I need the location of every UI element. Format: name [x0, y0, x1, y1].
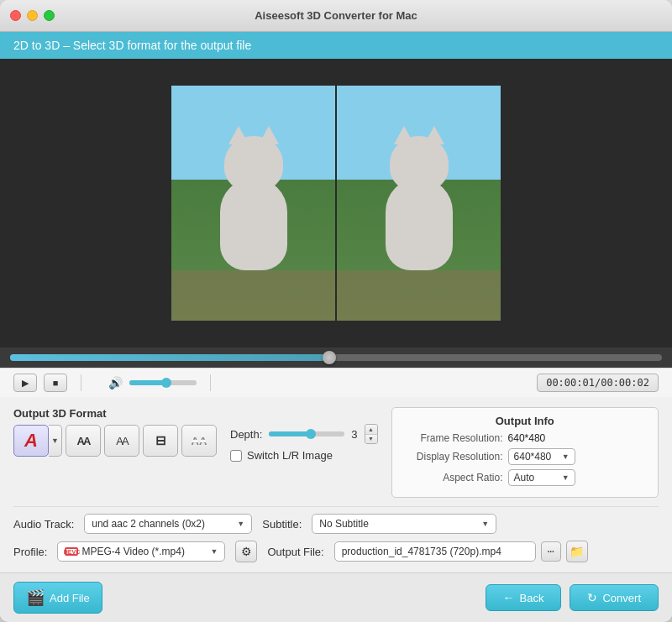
- fence: [171, 270, 335, 321]
- controls-divider2: [210, 374, 211, 391]
- audio-track-select[interactable]: und aac 2 channels (0x2) ▼: [84, 514, 252, 534]
- display-resolution-row: Display Resolution: 640*480 ▼: [402, 448, 648, 465]
- cat-body: [220, 178, 287, 270]
- dots-button[interactable]: ···: [541, 541, 561, 562]
- sbs-half-icon: AA: [116, 435, 127, 447]
- settings-row1: Output 3D Format A ▼ AA AA: [13, 407, 659, 498]
- stop-button[interactable]: ■: [44, 374, 67, 392]
- output-info-title: Output Info: [402, 415, 648, 427]
- controls-bar: ▶ ■ 🔊 00:00:01/00:00:02: [0, 368, 672, 397]
- output-file-value: production_id_4781735 (720p).mp4: [342, 546, 501, 557]
- side-by-side-half-btn[interactable]: AA: [104, 425, 139, 457]
- folder-button[interactable]: 📁: [566, 541, 588, 562]
- aspect-ratio-row: Aspect Ratio: Auto ▼: [402, 469, 648, 486]
- back-button[interactable]: ← Back: [486, 584, 562, 611]
- gear-button[interactable]: ⚙: [235, 541, 257, 562]
- maximize-button[interactable]: [44, 10, 55, 21]
- aspect-ratio-value: Auto: [514, 472, 535, 483]
- anaglyph-dropdown[interactable]: ▼: [49, 425, 62, 457]
- depth-slider[interactable]: [269, 431, 344, 436]
- subtitle-select[interactable]: No Subtitle ▼: [312, 514, 496, 534]
- profile-value: MPEG-4 Video (*.mp4): [81, 546, 185, 557]
- settings-row3: Profile: HEVC MPEG-4 Video (*.mp4) ▼ ⚙ O…: [13, 541, 659, 562]
- display-resolution-label: Display Resolution:: [402, 451, 503, 463]
- convert-button[interactable]: ↻ Convert: [570, 584, 659, 611]
- aspect-ratio-dropdown[interactable]: Auto ▼: [508, 469, 575, 486]
- seek-bar-track[interactable]: [10, 354, 662, 361]
- back-icon: ←: [503, 591, 515, 604]
- fence-r: [337, 270, 501, 321]
- audio-track-arrow: ▼: [237, 520, 244, 528]
- back-label: Back: [520, 592, 544, 604]
- depth-section: Depth: 3 ▲ ▼ Switch L/R Image: [230, 407, 378, 462]
- switch-lr-label: Switch L/R Image: [247, 449, 333, 462]
- convert-icon: ↻: [587, 591, 597, 604]
- volume-slider[interactable]: [129, 380, 197, 385]
- side-by-side-full-btn[interactable]: AA: [66, 425, 101, 457]
- minimize-button[interactable]: [27, 10, 38, 21]
- aspect-ratio-label: Aspect Ratio:: [402, 472, 503, 483]
- add-file-button[interactable]: 🎬 Add File: [13, 582, 102, 614]
- banner: 2D to 3D – Select 3D format for the outp…: [0, 32, 672, 59]
- volume-icon: 🔊: [108, 376, 123, 389]
- display-resolution-arrow: ▼: [562, 452, 570, 461]
- switch-lr-checkbox[interactable]: [230, 450, 242, 462]
- display-resolution-value: 640*480: [514, 451, 552, 463]
- main-window: Aiseesoft 3D Converter for Mac 2D to 3D …: [0, 0, 672, 622]
- play-button[interactable]: ▶: [13, 374, 37, 392]
- gear-icon: ⚙: [241, 545, 252, 558]
- stop-icon: ■: [53, 378, 59, 388]
- depth-value: 3: [351, 428, 357, 441]
- action-bar: 🎬 Add File ← Back ↻ Convert: [0, 572, 672, 622]
- video-frame-left: [171, 86, 335, 321]
- video-frame-right: [337, 86, 501, 321]
- format-buttons: A ▼ AA AA ⊟: [13, 425, 217, 457]
- depth-stepper[interactable]: ▲ ▼: [365, 424, 378, 444]
- subtitle-value: No Subtitle: [319, 518, 369, 530]
- seek-bar-fill: [10, 354, 329, 361]
- anaglyph-btn[interactable]: A: [13, 425, 49, 457]
- frame-resolution-label: Frame Resolution:: [402, 432, 503, 444]
- interlaced-icon: AA: [192, 435, 207, 447]
- cat-image-left: [171, 86, 335, 321]
- audio-track-value: und aac 2 channels (0x2): [92, 518, 205, 530]
- volume-thumb[interactable]: [161, 378, 171, 388]
- depth-row: Depth: 3 ▲ ▼: [230, 424, 378, 444]
- close-button[interactable]: [10, 10, 21, 21]
- sbs-full-icon: AA: [77, 435, 90, 447]
- separator1: [13, 506, 659, 507]
- subtitle-label: Subtitle:: [262, 518, 302, 531]
- controls-divider: [81, 374, 81, 391]
- interlaced-btn[interactable]: AA: [181, 425, 217, 457]
- top-bottom-btn[interactable]: ⊟: [143, 425, 178, 457]
- action-right: ← Back ↻ Convert: [486, 584, 659, 611]
- output-info-panel: Output Info Frame Resolution: 640*480 Di…: [391, 407, 659, 498]
- dots-icon: ···: [548, 547, 554, 557]
- window-title: Aiseesoft 3D Converter for Mac: [255, 9, 417, 22]
- subtitle-arrow: ▼: [481, 520, 489, 528]
- depth-up[interactable]: ▲: [365, 425, 377, 435]
- title-bar: Aiseesoft 3D Converter for Mac: [0, 0, 672, 32]
- video-preview: [171, 86, 501, 321]
- profile-select[interactable]: HEVC MPEG-4 Video (*.mp4) ▼: [57, 541, 225, 562]
- folder-icon: 📁: [570, 545, 584, 558]
- convert-label: Convert: [602, 592, 641, 604]
- format-label: Output 3D Format: [13, 407, 217, 420]
- display-resolution-dropdown[interactable]: 640*480 ▼: [508, 448, 575, 465]
- cat-body-r: [386, 178, 453, 270]
- depth-fill: [269, 431, 311, 436]
- add-file-label: Add File: [50, 592, 90, 604]
- depth-label: Depth:: [230, 428, 262, 441]
- profile-format-icon: HEVC: [65, 547, 78, 556]
- depth-down[interactable]: ▼: [365, 435, 377, 444]
- output-file-field[interactable]: production_id_4781735 (720p).mp4: [334, 541, 536, 562]
- switch-lr-row: Switch L/R Image: [230, 449, 378, 462]
- depth-thumb[interactable]: [306, 429, 316, 439]
- anaglyph-group: A ▼: [13, 425, 62, 457]
- aspect-ratio-arrow: ▼: [562, 473, 570, 482]
- settings-row2: Audio Track: und aac 2 channels (0x2) ▼ …: [13, 514, 659, 534]
- top-bottom-icon: ⊟: [155, 433, 166, 448]
- seek-thumb[interactable]: [323, 351, 336, 364]
- seek-bar-container: [0, 348, 672, 368]
- anaglyph-icon: A: [24, 430, 38, 452]
